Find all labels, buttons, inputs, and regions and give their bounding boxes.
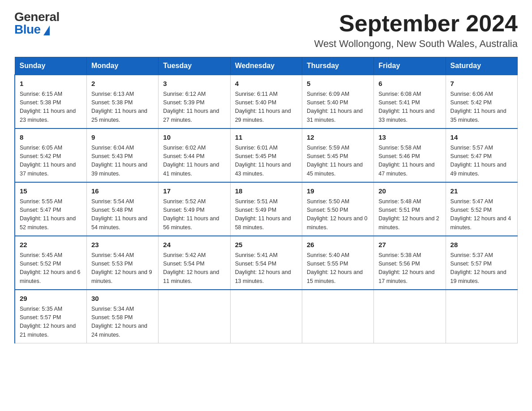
calendar-cell: 4Sunrise: 6:11 AMSunset: 5:40 PMDaylight… (230, 75, 302, 128)
day-info: Sunrise: 5:38 AMSunset: 5:56 PMDaylight:… (378, 251, 441, 286)
day-number: 2 (91, 79, 154, 89)
day-number: 13 (378, 133, 441, 143)
calendar-header-thursday: Thursday (302, 57, 373, 75)
day-info: Sunrise: 6:13 AMSunset: 5:38 PMDaylight:… (91, 90, 154, 125)
day-number: 19 (307, 186, 369, 197)
calendar-cell: 27Sunrise: 5:38 AMSunset: 5:56 PMDayligh… (374, 236, 446, 290)
day-number: 27 (378, 240, 441, 250)
calendar-cell: 22Sunrise: 5:45 AMSunset: 5:52 PMDayligh… (15, 236, 86, 290)
calendar-cell: 16Sunrise: 5:54 AMSunset: 5:48 PMDayligh… (86, 182, 158, 236)
day-number: 23 (91, 240, 154, 250)
day-number: 28 (450, 240, 513, 250)
logo: General Blue (14, 11, 60, 36)
day-info: Sunrise: 6:11 AMSunset: 5:40 PMDaylight:… (235, 90, 297, 125)
calendar-cell: 11Sunrise: 6:01 AMSunset: 5:45 PMDayligh… (230, 128, 302, 182)
calendar-cell (159, 290, 230, 343)
day-number: 30 (91, 294, 154, 304)
day-number: 16 (91, 186, 154, 197)
day-info: Sunrise: 5:51 AMSunset: 5:49 PMDaylight:… (235, 197, 297, 232)
calendar-table: SundayMondayTuesdayWednesdayThursdayFrid… (14, 57, 518, 343)
title-block: September 2024 West Wollongong, New Sout… (314, 11, 518, 50)
day-number: 10 (163, 133, 225, 143)
calendar-header-wednesday: Wednesday (230, 57, 302, 75)
month-title: September 2024 (314, 11, 518, 36)
day-number: 21 (450, 186, 513, 197)
calendar-week-row: 8Sunrise: 6:05 AMSunset: 5:42 PMDaylight… (15, 128, 518, 182)
day-info: Sunrise: 6:09 AMSunset: 5:40 PMDaylight:… (307, 90, 369, 125)
calendar-cell: 1Sunrise: 6:15 AMSunset: 5:38 PMDaylight… (15, 75, 86, 128)
calendar-header-friday: Friday (374, 57, 446, 75)
day-info: Sunrise: 5:41 AMSunset: 5:54 PMDaylight:… (235, 251, 297, 286)
day-info: Sunrise: 6:15 AMSunset: 5:38 PMDaylight:… (20, 90, 82, 125)
day-number: 17 (163, 186, 225, 197)
day-number: 20 (378, 186, 441, 197)
calendar-cell: 28Sunrise: 5:37 AMSunset: 5:57 PMDayligh… (446, 236, 517, 290)
logo-triangle-icon (43, 26, 50, 35)
day-number: 5 (307, 79, 369, 89)
calendar-cell (374, 290, 446, 343)
calendar-cell: 14Sunrise: 5:57 AMSunset: 5:47 PMDayligh… (446, 128, 517, 182)
day-info: Sunrise: 6:12 AMSunset: 5:39 PMDaylight:… (163, 90, 225, 125)
day-info: Sunrise: 6:06 AMSunset: 5:42 PMDaylight:… (450, 90, 513, 125)
calendar-header-monday: Monday (86, 57, 158, 75)
calendar-cell: 18Sunrise: 5:51 AMSunset: 5:49 PMDayligh… (230, 182, 302, 236)
calendar-cell: 24Sunrise: 5:42 AMSunset: 5:54 PMDayligh… (159, 236, 230, 290)
day-info: Sunrise: 5:34 AMSunset: 5:58 PMDaylight:… (91, 305, 154, 340)
calendar-cell: 19Sunrise: 5:50 AMSunset: 5:50 PMDayligh… (302, 182, 373, 236)
day-number: 18 (235, 186, 297, 197)
calendar-cell: 23Sunrise: 5:44 AMSunset: 5:53 PMDayligh… (86, 236, 158, 290)
day-number: 12 (307, 133, 369, 143)
calendar-cell: 8Sunrise: 6:05 AMSunset: 5:42 PMDaylight… (15, 128, 86, 182)
day-info: Sunrise: 5:44 AMSunset: 5:53 PMDaylight:… (91, 251, 154, 286)
day-info: Sunrise: 5:48 AMSunset: 5:51 PMDaylight:… (378, 197, 441, 232)
day-number: 14 (450, 133, 513, 143)
calendar-header-row: SundayMondayTuesdayWednesdayThursdayFrid… (15, 57, 518, 75)
calendar-cell: 15Sunrise: 5:55 AMSunset: 5:47 PMDayligh… (15, 182, 86, 236)
calendar-cell: 9Sunrise: 6:04 AMSunset: 5:43 PMDaylight… (86, 128, 158, 182)
day-info: Sunrise: 5:35 AMSunset: 5:57 PMDaylight:… (20, 305, 82, 340)
calendar-cell: 26Sunrise: 5:40 AMSunset: 5:55 PMDayligh… (302, 236, 373, 290)
calendar-cell: 12Sunrise: 5:59 AMSunset: 5:45 PMDayligh… (302, 128, 373, 182)
day-number: 9 (91, 133, 154, 143)
day-info: Sunrise: 5:47 AMSunset: 5:52 PMDaylight:… (450, 197, 513, 232)
day-info: Sunrise: 5:42 AMSunset: 5:54 PMDaylight:… (163, 251, 225, 286)
day-number: 7 (450, 79, 513, 89)
day-info: Sunrise: 5:59 AMSunset: 5:45 PMDaylight:… (307, 144, 369, 179)
day-info: Sunrise: 6:01 AMSunset: 5:45 PMDaylight:… (235, 144, 297, 179)
calendar-header-tuesday: Tuesday (159, 57, 230, 75)
day-number: 8 (20, 133, 82, 143)
calendar-cell: 17Sunrise: 5:52 AMSunset: 5:49 PMDayligh… (159, 182, 230, 236)
calendar-cell: 10Sunrise: 6:02 AMSunset: 5:44 PMDayligh… (159, 128, 230, 182)
day-info: Sunrise: 6:08 AMSunset: 5:41 PMDaylight:… (378, 90, 441, 125)
day-number: 3 (163, 79, 225, 89)
calendar-cell: 30Sunrise: 5:34 AMSunset: 5:58 PMDayligh… (86, 290, 158, 343)
calendar-cell: 6Sunrise: 6:08 AMSunset: 5:41 PMDaylight… (374, 75, 446, 128)
calendar-cell (302, 290, 373, 343)
calendar-cell: 25Sunrise: 5:41 AMSunset: 5:54 PMDayligh… (230, 236, 302, 290)
day-number: 15 (20, 186, 82, 197)
calendar-week-row: 29Sunrise: 5:35 AMSunset: 5:57 PMDayligh… (15, 290, 518, 343)
day-number: 29 (20, 294, 82, 304)
calendar-header-saturday: Saturday (446, 57, 517, 75)
day-info: Sunrise: 5:45 AMSunset: 5:52 PMDaylight:… (20, 251, 82, 286)
calendar-cell: 21Sunrise: 5:47 AMSunset: 5:52 PMDayligh… (446, 182, 517, 236)
day-number: 1 (20, 79, 82, 89)
calendar-cell (230, 290, 302, 343)
day-number: 4 (235, 79, 297, 89)
logo-general-text: General (14, 11, 60, 23)
day-info: Sunrise: 5:54 AMSunset: 5:48 PMDaylight:… (91, 197, 154, 232)
day-number: 22 (20, 240, 82, 250)
day-info: Sunrise: 5:55 AMSunset: 5:47 PMDaylight:… (20, 197, 82, 232)
calendar-cell: 3Sunrise: 6:12 AMSunset: 5:39 PMDaylight… (159, 75, 230, 128)
calendar-cell: 2Sunrise: 6:13 AMSunset: 5:38 PMDaylight… (86, 75, 158, 128)
day-info: Sunrise: 6:04 AMSunset: 5:43 PMDaylight:… (91, 144, 154, 179)
day-info: Sunrise: 6:05 AMSunset: 5:42 PMDaylight:… (20, 144, 82, 179)
calendar-week-row: 22Sunrise: 5:45 AMSunset: 5:52 PMDayligh… (15, 236, 518, 290)
day-number: 26 (307, 240, 369, 250)
calendar-cell (446, 290, 517, 343)
page-header: General Blue September 2024 West Wollong… (14, 11, 518, 50)
calendar-header-sunday: Sunday (15, 57, 86, 75)
day-info: Sunrise: 5:52 AMSunset: 5:49 PMDaylight:… (163, 197, 225, 232)
calendar-cell: 29Sunrise: 5:35 AMSunset: 5:57 PMDayligh… (15, 290, 86, 343)
day-number: 25 (235, 240, 297, 250)
